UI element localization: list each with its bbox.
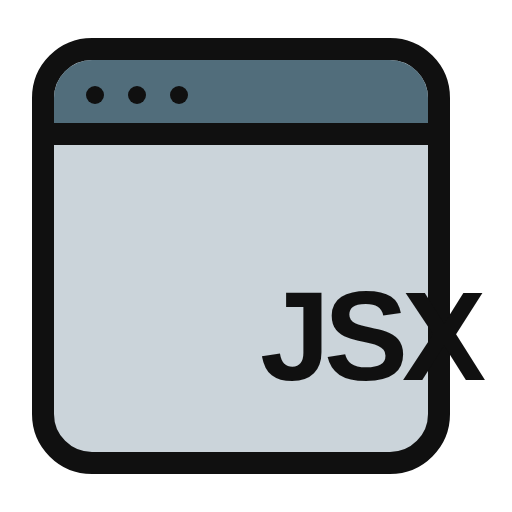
window-controls <box>86 86 188 104</box>
jsx-file-icon <box>32 38 450 474</box>
file-type-label: JSX <box>260 274 480 400</box>
window-dot-icon <box>170 86 188 104</box>
window-dot-icon <box>86 86 104 104</box>
window-titlebar <box>54 60 428 145</box>
window-dot-icon <box>128 86 146 104</box>
